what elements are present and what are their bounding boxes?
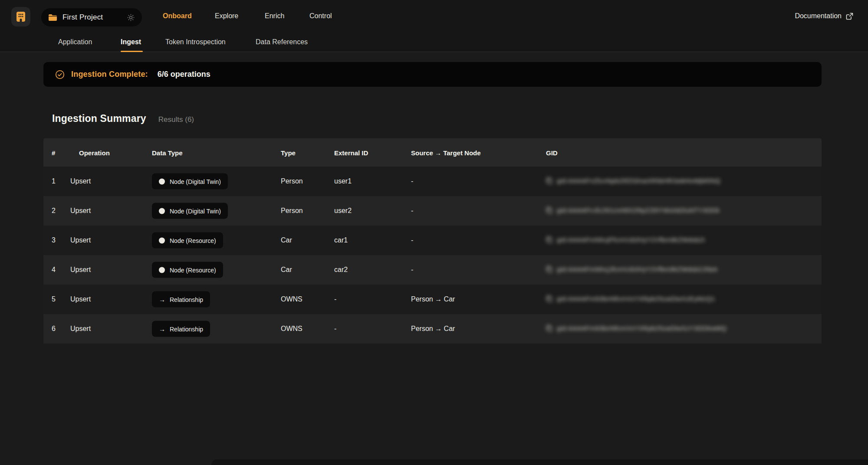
- table-row: 6 Upsert →Relationship OWNS - Person → C…: [43, 314, 822, 344]
- documentation-label: Documentation: [795, 12, 842, 20]
- gear-icon[interactable]: [127, 13, 135, 22]
- data-type-badge: Node (Digital Twin): [152, 203, 228, 219]
- node-dot-icon: [159, 267, 165, 273]
- node-dot-icon: [159, 237, 165, 243]
- sub-tab-bar: Application Ingest Token Introspection D…: [0, 34, 868, 52]
- table-row: 2 Upsert Node (Digital Twin) Person user…: [43, 196, 822, 226]
- row-external-id: -: [334, 325, 336, 333]
- row-type: Car: [281, 236, 292, 244]
- bottom-sheet-edge: [211, 459, 868, 465]
- ingestion-summary-table: # Operation Data Type Type External ID S…: [43, 138, 822, 344]
- table-row: 5 Upsert →Relationship OWNS - Person → C…: [43, 285, 822, 314]
- app-logo-button[interactable]: [11, 7, 30, 26]
- row-operation: Upsert: [70, 266, 91, 274]
- gid-value-blurred[interactable]: gid:AAAAFm93bnNfcmVsYXRpb25zaGlwXzY3ODkw…: [546, 324, 727, 332]
- node-dot-icon: [159, 178, 165, 184]
- tab-token-introspection[interactable]: Token Introspection: [165, 38, 226, 46]
- row-external-id: car1: [334, 236, 348, 244]
- row-operation: Upsert: [70, 325, 91, 333]
- data-type-badge: Node (Digital Twin): [152, 174, 228, 190]
- gid-text: gid:AAAAFmNhcjJfcmVzb3VyY2Vfbm9kZWdsb2Jh…: [557, 265, 718, 273]
- row-external-id: car2: [334, 266, 348, 274]
- copy-icon: [546, 206, 552, 213]
- banner-title: Ingestion Complete:: [71, 70, 148, 79]
- copy-icon: [546, 177, 552, 184]
- copy-icon: [546, 236, 552, 243]
- ingestion-complete-banner: Ingestion Complete: 6/6 operations: [43, 62, 822, 87]
- summary-heading: Ingestion Summary Results (6): [52, 113, 194, 124]
- col-header-num: #: [52, 149, 55, 156]
- tab-ingest[interactable]: Ingest: [121, 38, 141, 46]
- row-source-target: Person → Car: [411, 295, 455, 303]
- data-type-badge: →Relationship: [152, 291, 210, 308]
- nav-onboard[interactable]: Onboard: [163, 12, 192, 20]
- gid-text: gid:AAAAFm93bnNfcmVsYXRpb25zaGlwXzEyMzQ1: [557, 295, 715, 302]
- copy-icon: [546, 324, 552, 331]
- table-row: 1 Upsert Node (Digital Twin) Person user…: [43, 167, 822, 196]
- row-num: 2: [52, 207, 56, 215]
- col-header-gid: GID: [546, 149, 558, 156]
- documentation-link[interactable]: Documentation: [795, 12, 853, 20]
- row-type: Person: [281, 207, 303, 215]
- row-operation: Upsert: [70, 295, 91, 303]
- row-num: 6: [52, 325, 56, 333]
- badge-label: Relationship: [170, 296, 203, 303]
- row-type: Person: [281, 177, 303, 185]
- row-external-id: user2: [334, 207, 352, 215]
- row-operation: Upsert: [70, 236, 91, 244]
- nav-explore[interactable]: Explore: [215, 12, 238, 20]
- building-icon: [16, 11, 26, 22]
- gid-value-blurred[interactable]: gid:AAAAFmNhcjJfcmVzb3VyY2Vfbm9kZWdsb2Jh…: [546, 265, 718, 273]
- tab-data-references[interactable]: Data References: [256, 38, 308, 46]
- gid-text: gid:AAAAFmNhcjFfcmVzb3VyY2Vfbm9kZWdsb2I: [557, 236, 705, 243]
- row-type: OWNS: [281, 295, 302, 303]
- row-source-target: -: [411, 266, 413, 274]
- relationship-arrow-icon: →: [159, 325, 165, 333]
- row-num: 3: [52, 236, 56, 244]
- gid-text: gid:AAAAFnZlcnNpb25fZGlnaXRhbHR3aW4xMjM0…: [557, 177, 720, 184]
- active-tab-underline: [121, 51, 143, 52]
- col-header-operation: Operation: [79, 149, 110, 156]
- row-operation: Upsert: [70, 177, 91, 185]
- row-source-target: Person → Car: [411, 325, 455, 333]
- folder-icon: [48, 14, 57, 21]
- table-row: 3 Upsert Node (Resource) Car car1 - gid:…: [43, 226, 822, 255]
- gid-value-blurred[interactable]: gid:AAAAFnZlcnNpb25fZGlnaXRhbHR3aW4xMjM0…: [546, 177, 720, 184]
- row-type: Car: [281, 266, 292, 274]
- data-type-badge: Node (Resource): [152, 232, 223, 249]
- page-title: Ingestion Summary: [52, 113, 146, 124]
- nav-enrich[interactable]: Enrich: [265, 12, 284, 20]
- banner-detail: 6/6 operations: [158, 70, 210, 79]
- node-dot-icon: [159, 208, 165, 214]
- gid-text: gid:AAAAFm93bnNfcmVsYXRpb25zaGlwXzY3ODkw…: [557, 324, 727, 332]
- col-header-type: Type: [281, 149, 296, 156]
- check-circle-icon: [55, 70, 65, 79]
- badge-label: Node (Digital Twin): [170, 207, 221, 214]
- data-type-badge: →Relationship: [152, 321, 210, 337]
- data-type-badge: Node (Resource): [152, 262, 223, 278]
- gid-value-blurred[interactable]: gid:AAAAFnJlc291cmNlX2RpZ2l0YWx0d2luNTY3…: [546, 206, 720, 214]
- badge-label: Relationship: [170, 325, 203, 332]
- gid-text: gid:AAAAFnJlc291cmNlX2RpZ2l0YWx0d2luNTY3…: [557, 206, 720, 214]
- row-external-id: user1: [334, 177, 352, 185]
- badge-label: Node (Digital Twin): [170, 178, 221, 185]
- tab-application[interactable]: Application: [58, 38, 92, 46]
- badge-label: Node (Resource): [170, 237, 216, 244]
- row-num: 5: [52, 295, 56, 303]
- results-count: Results (6): [158, 115, 194, 124]
- col-header-data-type: Data Type: [152, 149, 183, 156]
- copy-icon: [546, 295, 552, 302]
- row-num: 4: [52, 266, 56, 274]
- copy-icon: [546, 265, 552, 272]
- badge-label: Node (Resource): [170, 266, 216, 273]
- col-header-external-id: External ID: [334, 149, 368, 156]
- gid-value-blurred[interactable]: gid:AAAAFm93bnNfcmVsYXRpb25zaGlwXzEyMzQ1: [546, 295, 715, 302]
- nav-control[interactable]: Control: [309, 12, 332, 20]
- top-header: First Project Onboard Explore Enrich Con…: [0, 0, 868, 52]
- table-row: 4 Upsert Node (Resource) Car car2 - gid:…: [43, 255, 822, 285]
- relationship-arrow-icon: →: [159, 296, 165, 303]
- gid-value-blurred[interactable]: gid:AAAAFmNhcjFfcmVzb3VyY2Vfbm9kZWdsb2I: [546, 236, 705, 243]
- project-name: First Project: [62, 13, 103, 22]
- col-header-source-target: Source → Target Node: [411, 149, 481, 156]
- project-selector[interactable]: First Project: [41, 8, 142, 26]
